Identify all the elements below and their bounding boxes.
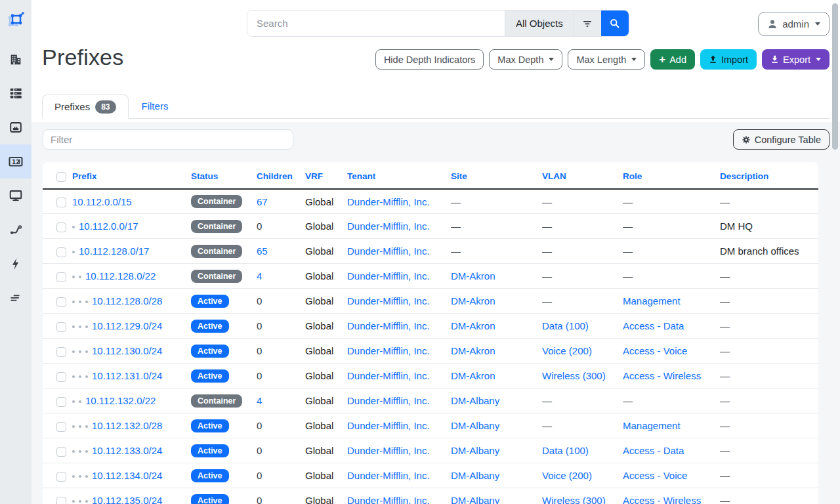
tenant-link[interactable]: Dunder-Mifflin, Inc.: [347, 270, 430, 282]
children-link[interactable]: 67: [257, 196, 268, 207]
row-checkbox[interactable]: [56, 322, 66, 332]
row-checkbox[interactable]: [56, 447, 66, 457]
vlan-link[interactable]: Data (100): [542, 445, 589, 456]
tenant-link[interactable]: Dunder-Mifflin, Inc.: [347, 420, 430, 431]
import-button[interactable]: Import: [700, 49, 757, 70]
tenant-link[interactable]: Dunder-Mifflin, Inc.: [347, 345, 430, 356]
search-input[interactable]: [247, 10, 505, 36]
row-checkbox[interactable]: [56, 472, 66, 482]
site-link[interactable]: DM-Albany: [451, 420, 499, 431]
column-header-prefix[interactable]: Prefix: [72, 171, 191, 189]
tenant-link[interactable]: Dunder-Mifflin, Inc.: [347, 295, 430, 306]
sidebar-item-connections[interactable]: [0, 110, 32, 144]
column-header-role[interactable]: Role: [623, 171, 720, 189]
select-all-checkbox[interactable]: [56, 172, 66, 182]
prefix-link[interactable]: 10.112.132.0/22: [85, 395, 156, 406]
prefix-link[interactable]: 10.112.131.0/24: [92, 370, 162, 381]
column-header-status[interactable]: Status: [191, 171, 257, 189]
tenant-link[interactable]: Dunder-Mifflin, Inc.: [347, 196, 430, 207]
column-header-site[interactable]: Site: [451, 171, 542, 189]
prefix-link[interactable]: 10.112.0.0/17: [79, 220, 138, 232]
max-depth-dropdown[interactable]: Max Depth: [489, 49, 562, 70]
column-header-children[interactable]: Children: [257, 171, 305, 189]
configure-table-button[interactable]: Configure Table: [733, 129, 830, 150]
search-scope-dropdown[interactable]: All Objects: [505, 10, 574, 36]
export-dropdown[interactable]: Export: [762, 49, 830, 70]
column-header-description[interactable]: Description: [720, 171, 818, 189]
vlan-link[interactable]: Voice (200): [542, 470, 592, 481]
site-link[interactable]: DM-Akron: [451, 270, 495, 282]
page-scrollbar-thumb[interactable]: [832, 3, 838, 150]
row-checkbox[interactable]: [56, 497, 66, 504]
role-link[interactable]: Management: [623, 420, 681, 431]
sidebar-item-circuits[interactable]: [0, 213, 32, 247]
tenant-link[interactable]: Dunder-Mifflin, Inc.: [347, 395, 430, 406]
role-link[interactable]: Access - Wireless: [623, 370, 701, 381]
sidebar-item-ipam[interactable]: 1 2: [0, 144, 32, 178]
vlan-link[interactable]: Data (100): [542, 320, 589, 331]
max-length-dropdown[interactable]: Max Length: [568, 49, 645, 70]
row-checkbox[interactable]: [56, 198, 66, 207]
search-submit-button[interactable]: [601, 10, 629, 36]
sidebar-item-organization[interactable]: [0, 42, 32, 76]
role-link[interactable]: Access - Voice: [623, 345, 687, 356]
sidebar-item-overlays[interactable]: [0, 281, 32, 315]
column-header-vrf[interactable]: VRF: [305, 171, 347, 189]
role-link[interactable]: Access - Wireless: [623, 495, 701, 504]
role-link[interactable]: Management: [623, 295, 681, 306]
user-menu-button[interactable]: admin: [758, 12, 830, 36]
prefix-link[interactable]: 10.112.128.0/22: [85, 270, 156, 282]
tab-prefixes[interactable]: Prefixes 83: [42, 94, 129, 119]
prefix-link[interactable]: 10.112.129.0/24: [92, 320, 162, 331]
search-filter-button[interactable]: [574, 10, 601, 36]
row-checkbox[interactable]: [56, 297, 66, 307]
prefix-link[interactable]: 10.112.130.0/24: [92, 345, 162, 356]
column-header-tenant[interactable]: Tenant: [347, 171, 451, 189]
site-link[interactable]: DM-Albany: [451, 395, 499, 406]
tenant-link[interactable]: Dunder-Mifflin, Inc.: [347, 220, 430, 232]
netbox-logo-icon[interactable]: [0, 0, 32, 42]
site-link[interactable]: DM-Akron: [451, 295, 495, 306]
site-link[interactable]: DM-Albany: [451, 445, 499, 456]
vlan-link[interactable]: Wireless (300): [542, 495, 606, 504]
site-link[interactable]: DM-Akron: [451, 320, 495, 331]
site-link[interactable]: DM-Albany: [451, 470, 499, 481]
role-link[interactable]: Access - Data: [623, 445, 684, 456]
row-checkbox[interactable]: [56, 397, 66, 407]
tenant-link[interactable]: Dunder-Mifflin, Inc.: [347, 320, 430, 331]
site-link[interactable]: DM-Akron: [451, 345, 495, 356]
row-checkbox[interactable]: [56, 347, 66, 357]
prefix-link[interactable]: 10.112.128.0/17: [79, 245, 149, 257]
row-checkbox[interactable]: [56, 222, 66, 232]
role-link[interactable]: Access - Data: [623, 320, 684, 331]
vlan-link[interactable]: Wireless (300): [542, 370, 606, 381]
row-checkbox[interactable]: [56, 247, 66, 257]
page-scrollbar-track[interactable]: [831, 0, 840, 504]
site-link[interactable]: DM-Albany: [451, 495, 499, 504]
children-link[interactable]: 4: [257, 395, 262, 406]
tenant-link[interactable]: Dunder-Mifflin, Inc.: [347, 245, 430, 257]
table-filter-input[interactable]: [43, 129, 293, 150]
sidebar-item-virtualization[interactable]: [0, 178, 32, 213]
prefix-link[interactable]: 10.112.133.0/24: [92, 445, 162, 456]
sidebar-item-devices[interactable]: [0, 76, 32, 110]
tab-filters[interactable]: Filters: [129, 94, 182, 118]
tenant-link[interactable]: Dunder-Mifflin, Inc.: [347, 470, 430, 481]
row-checkbox[interactable]: [56, 372, 66, 382]
sidebar-item-power[interactable]: [0, 247, 32, 281]
site-link[interactable]: DM-Akron: [451, 370, 495, 381]
tenant-link[interactable]: Dunder-Mifflin, Inc.: [347, 495, 430, 504]
hide-depth-indicators-button[interactable]: Hide Depth Indicators: [375, 49, 484, 70]
prefix-link[interactable]: 10.112.132.0/28: [92, 420, 162, 431]
add-button[interactable]: +Add: [650, 49, 695, 70]
tenant-link[interactable]: Dunder-Mifflin, Inc.: [347, 370, 430, 381]
role-link[interactable]: Access - Voice: [623, 470, 687, 481]
row-checkbox[interactable]: [56, 422, 66, 432]
tenant-link[interactable]: Dunder-Mifflin, Inc.: [347, 445, 430, 456]
prefix-link[interactable]: 10.112.0.0/15: [72, 196, 132, 207]
vlan-link[interactable]: Voice (200): [542, 345, 592, 356]
row-checkbox[interactable]: [56, 272, 66, 282]
column-header-vlan[interactable]: VLAN: [542, 171, 623, 189]
children-link[interactable]: 4: [257, 270, 262, 282]
children-link[interactable]: 65: [257, 245, 268, 257]
